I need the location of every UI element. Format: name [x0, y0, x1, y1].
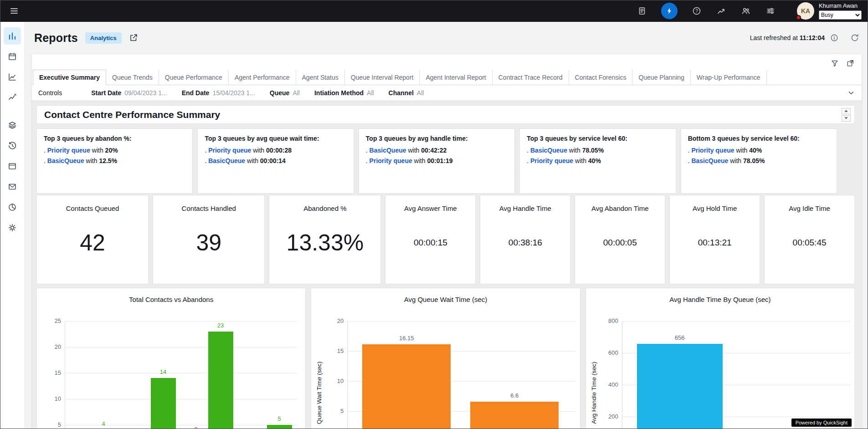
insight-card-bottom-3-queues-by-service-level-60: Bottom 3 queues by service level 60:. Pr… [681, 128, 837, 194]
kpi-value-wrap: 39 [196, 212, 221, 284]
tab-queue-performance[interactable]: Queue Performance [159, 70, 229, 85]
sidebar-item-pie-chart[interactable] [4, 199, 21, 216]
settings-icon [8, 223, 17, 232]
controls-filters: Start Date09/04/2023 1...End Date15/04/2… [91, 89, 424, 97]
queue-link[interactable]: BasicQueue [47, 157, 84, 164]
help-icon[interactable]: ? [691, 5, 702, 16]
filter-label: Intiation Method [314, 89, 364, 97]
queue-link[interactable]: Priority queue [530, 157, 573, 164]
refresh-icon[interactable] [850, 33, 859, 42]
insight-item: . Priority queue with 40% [688, 147, 830, 154]
filter-label: Queue [270, 89, 290, 97]
mail-icon [8, 182, 17, 191]
y-tick-label: 10 [43, 395, 61, 402]
kpi-card-avg-abandon-time: Avg Abandon Time00:00:05 [575, 195, 665, 284]
kpi-label: Avg Idle Time [789, 204, 830, 212]
tab-contact-forensics[interactable]: Contact Forensics [569, 70, 633, 85]
menu-icon[interactable] [6, 3, 22, 19]
status-select[interactable]: Busy [819, 10, 862, 20]
flash-button[interactable] [661, 3, 678, 19]
queue-link[interactable]: Priority queue [47, 147, 90, 154]
insight-item: . BasicQueue with 78.05% [688, 157, 830, 164]
tab-queue-interval-report[interactable]: Queue Interval Report [345, 70, 420, 85]
y-tick-label: 15 [325, 347, 344, 354]
agents-icon[interactable] [740, 5, 751, 16]
sidebar-item-mail[interactable] [4, 178, 21, 195]
chart-title: Avg Queue Wait Time (sec) [311, 296, 580, 303]
chart-avg-handle-time-by-queue-sec: Avg Handle Time By Queue (sec)8006004002… [586, 288, 855, 429]
connector-text: with [251, 147, 266, 154]
sliders-icon[interactable] [765, 5, 776, 16]
bullet: . [44, 157, 47, 164]
kpi-label: Avg Abandon Time [591, 204, 649, 212]
filter-start-date[interactable]: Start Date09/04/2023 1... [91, 89, 167, 97]
gridline [65, 399, 297, 399]
tab-agent-status[interactable]: Agent Status [296, 70, 345, 85]
topbar: ? KA Khurram Awan Busy [0, 0, 868, 22]
filter-intiation-method[interactable]: Intiation MethodAll [314, 89, 374, 97]
y-axis [622, 321, 622, 429]
controls-expand-chevron[interactable] [847, 89, 855, 97]
y-tick-label: 200 [600, 413, 618, 420]
filter-end-date[interactable]: End Date15/04/2023 1... [182, 89, 255, 97]
trend-icon[interactable] [716, 5, 727, 16]
sidebar-item-window[interactable] [4, 158, 21, 175]
queue-link[interactable]: Priority queue [691, 147, 734, 154]
insight-item: . BasicQueue with 12.5% [44, 157, 185, 164]
bar-value-label: 6.6 [496, 392, 533, 399]
kpi-value-wrap: 13.33% [287, 212, 364, 284]
scroll-up-button[interactable] [842, 108, 851, 114]
tab-agent-performance[interactable]: Agent Performance [229, 70, 296, 85]
insight-item: . Priority queue with 20% [44, 147, 185, 154]
kpi-value: 00:00:15 [414, 238, 447, 248]
kpi-card-abandoned: Abandoned %13.33% [269, 195, 381, 284]
sidebar-item-reports[interactable] [4, 27, 21, 45]
scroll-down-button[interactable] [842, 115, 851, 122]
last-refreshed-prefix: Last refreshed at [750, 34, 798, 41]
sidebar-item-performance[interactable] [4, 89, 21, 106]
queue-link[interactable]: Priority queue [370, 157, 412, 164]
y-tick-label: 5 [325, 408, 344, 414]
kpi-card-avg-hold-time: Avg Hold Time00:13:21 [669, 195, 760, 284]
hamburger-icon [10, 6, 19, 15]
queue-link[interactable]: Priority queue [208, 147, 251, 154]
queue-link[interactable]: BasicQueue [208, 157, 245, 164]
avatar[interactable]: KA [797, 2, 814, 20]
triangle-up-icon [844, 110, 848, 112]
queue-link[interactable]: BasicQueue [370, 147, 406, 154]
sidebar-item-line-chart[interactable] [4, 68, 21, 86]
topbar-actions: ? KA Khurram Awan Busy [637, 2, 862, 20]
insight-title: Top 3 queues by abandon %: [44, 135, 185, 142]
line-chart-icon [8, 72, 17, 82]
bar-656 [637, 344, 723, 429]
pie-chart-icon [8, 203, 17, 212]
expand-icon[interactable] [846, 59, 854, 67]
sidebar-item-history[interactable] [4, 137, 21, 154]
app-body: Reports Analytics Last refreshed at 11:1… [0, 22, 868, 429]
filter-channel[interactable]: ChannelAll [389, 89, 424, 97]
tab-wrap-up-performance[interactable]: Wrap-Up Performance [691, 70, 767, 85]
filter-icon[interactable] [831, 59, 839, 67]
controls-label: Controls [38, 89, 62, 97]
sheet-scroll-spinner [842, 108, 851, 122]
kpi-value: 13.33% [287, 230, 364, 256]
sidebar-item-settings[interactable] [4, 219, 21, 236]
page-header: Reports Analytics Last refreshed at 11:1… [31, 22, 862, 54]
tab-queue-trends[interactable]: Queue Trends [106, 70, 159, 85]
sidebar-item-calendar[interactable] [4, 48, 21, 65]
queue-link[interactable]: BasicQueue [691, 157, 728, 164]
sidebar-item-layers[interactable] [4, 117, 21, 134]
external-link-icon[interactable] [129, 33, 138, 42]
tab-executive-summary[interactable]: Executive Summary [33, 70, 106, 85]
metric-value: 00:00:28 [266, 147, 292, 154]
bar-16-15 [362, 344, 451, 429]
bar-14 [151, 378, 176, 429]
kpi-value: 00:05:45 [793, 238, 827, 248]
filter-queue[interactable]: QueueAll [270, 89, 300, 97]
queue-link[interactable]: BasicQueue [530, 147, 567, 154]
tab-agent-interval-report[interactable]: Agent Interval Report [420, 70, 492, 85]
info-icon[interactable] [830, 34, 838, 42]
tab-contract-trace-record[interactable]: Contract Trace Record [493, 70, 569, 85]
notes-icon[interactable] [637, 5, 647, 16]
tab-queue-planning[interactable]: Queue Planning [632, 70, 690, 85]
